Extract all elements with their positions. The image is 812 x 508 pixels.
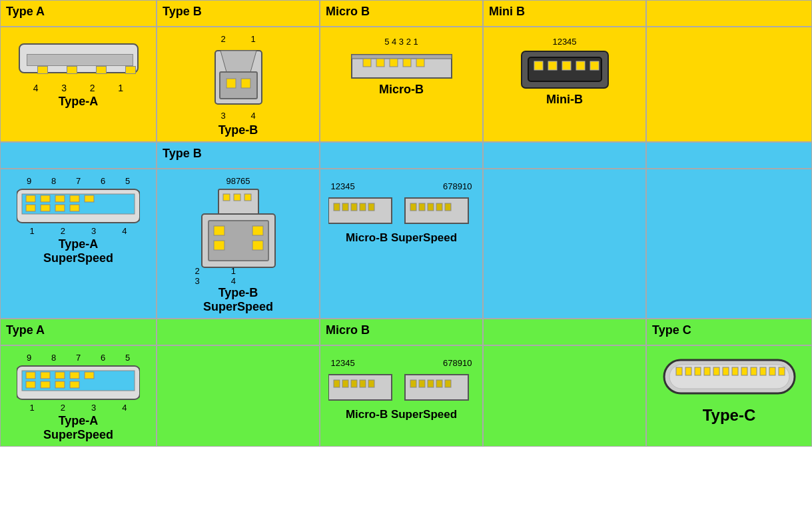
micro-b-top-labels: 5 4 3 2 1 <box>384 37 418 47</box>
usb-b-label: Type-B <box>218 123 258 137</box>
svg-rect-64 <box>334 380 340 387</box>
svg-rect-2 <box>220 72 257 99</box>
svg-rect-38 <box>214 241 224 250</box>
svg-rect-86 <box>760 367 766 375</box>
svg-rect-37 <box>252 226 263 235</box>
svg-rect-62 <box>70 381 79 388</box>
svg-rect-56 <box>55 372 65 379</box>
cell-empty-1 <box>646 27 812 142</box>
header-mini-b-label: Mini B <box>486 5 525 19</box>
header2-empty4 <box>646 142 812 169</box>
svg-rect-49 <box>428 203 434 211</box>
svg-rect-88 <box>779 367 785 375</box>
svg-rect-4 <box>241 79 250 88</box>
svg-rect-9 <box>390 59 398 67</box>
svg-rect-65 <box>342 380 348 387</box>
svg-rect-15 <box>548 61 557 70</box>
header-mini-b: Mini B <box>483 0 646 27</box>
usb-b-svg <box>205 44 272 111</box>
usb-a-ss-green-svg <box>17 363 140 403</box>
svg-rect-11 <box>416 59 424 67</box>
micro-b-ss-blue-svg <box>328 191 475 231</box>
usb-b-top-labels: 21 <box>208 34 268 44</box>
svg-rect-36 <box>214 226 224 235</box>
header-type-b: Type B <box>157 0 320 27</box>
svg-rect-6 <box>352 55 452 59</box>
usb-b-ss-label: Type-BSuperSpeed <box>203 286 273 314</box>
header2-empty3 <box>483 142 646 169</box>
cell-type-c-green: Type-C <box>646 345 812 447</box>
svg-rect-31 <box>223 194 230 201</box>
cell-type-b: 21 34 Type-B <box>157 27 320 142</box>
usb-a-ss-top-labels: 9 8 7 6 5 <box>17 176 140 186</box>
mini-b-label: Mini-B <box>546 93 583 107</box>
usb-a-ss-green-top-labels: 9 8 7 6 5 <box>17 353 140 363</box>
header2-type-b-label: Type B <box>160 147 202 161</box>
svg-rect-55 <box>41 372 50 379</box>
cell-type-a: 4 3 2 1 Type-A <box>0 27 157 142</box>
usb-connector-grid: Type A Type B Micro B Mini B <box>0 0 812 447</box>
svg-rect-41 <box>334 203 340 211</box>
micro-b-ss-blue-top-labels: 12345 678910 <box>328 181 475 191</box>
header3-type-c-label: Type C <box>649 323 691 337</box>
svg-rect-45 <box>368 203 374 211</box>
svg-rect-51 <box>445 203 451 211</box>
svg-rect-21 <box>26 195 35 202</box>
type-b-ss-side-labels: 2 1 <box>195 266 282 276</box>
header3-type-a-label: Type A <box>3 323 45 337</box>
usb-c-svg <box>663 350 796 403</box>
svg-rect-57 <box>70 372 79 379</box>
svg-rect-70 <box>410 380 416 387</box>
header3-type-a: Type A <box>0 319 157 345</box>
header3-empty2 <box>483 319 646 345</box>
usb-a-ss-bot-labels: 1 2 3 4 <box>17 226 140 236</box>
cell-type-b-ss-blue: 98765 2 1 3 4 Type <box>157 169 320 319</box>
pin-1 <box>125 66 136 74</box>
type-b-ss-side-labels2: 3 4 <box>195 276 282 286</box>
header3-micro-b-label: Micro B <box>323 323 370 337</box>
svg-rect-77 <box>676 367 682 375</box>
svg-rect-67 <box>360 380 366 387</box>
svg-rect-47 <box>410 203 416 211</box>
usb-b-bot-labels: 34 <box>208 111 268 121</box>
svg-rect-48 <box>419 203 425 211</box>
cell-empty-green-1 <box>157 345 320 447</box>
usb-a-inner <box>27 54 133 66</box>
svg-rect-80 <box>704 367 710 375</box>
svg-rect-81 <box>713 367 719 375</box>
usb-a-pins <box>37 66 136 74</box>
usb-b-ss-svg <box>195 186 282 273</box>
svg-rect-61 <box>55 381 65 388</box>
svg-rect-29 <box>70 205 79 211</box>
cell-type-a-ss-blue: 9 8 7 6 5 1 2 3 4 Type-ASuperSpe <box>0 169 157 319</box>
svg-rect-3 <box>226 79 236 88</box>
svg-rect-84 <box>741 367 747 375</box>
micro-b-label: Micro-B <box>379 83 424 97</box>
svg-rect-23 <box>55 195 65 202</box>
usb-a-pin-labels: 4 3 2 1 <box>22 83 135 93</box>
cell-empty-green-2 <box>483 345 646 447</box>
svg-rect-72 <box>428 380 434 387</box>
svg-rect-87 <box>769 367 775 375</box>
svg-rect-59 <box>26 381 35 388</box>
svg-rect-26 <box>26 205 35 211</box>
svg-rect-83 <box>732 367 738 375</box>
svg-rect-14 <box>534 61 543 70</box>
svg-rect-50 <box>436 203 442 211</box>
svg-rect-17 <box>576 61 585 70</box>
header3-empty <box>157 319 320 345</box>
svg-rect-22 <box>41 195 50 202</box>
mini-b-top-labels: 12345 <box>552 37 576 47</box>
header2-type-b: Type B <box>157 142 320 169</box>
svg-marker-1 <box>220 51 256 72</box>
usb-c-label: Type-C <box>703 406 756 425</box>
svg-rect-82 <box>723 367 729 375</box>
cell-type-a-ss-green: 9 8 7 6 5 1 2 3 4 Type-ASuperSpeed <box>0 345 157 447</box>
header2-empty <box>0 142 157 169</box>
svg-rect-74 <box>445 380 451 387</box>
cell-micro-b: 5 4 3 2 1 Micro-B <box>320 27 483 142</box>
svg-rect-27 <box>41 205 50 211</box>
usb-a-connector <box>19 37 139 80</box>
cell-empty-blue-2 <box>646 169 812 319</box>
svg-rect-68 <box>368 380 374 387</box>
